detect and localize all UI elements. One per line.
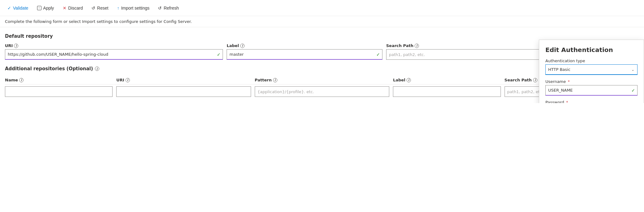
col-label-info-icon[interactable]: i bbox=[407, 78, 411, 82]
search-path-label-text: Search Path bbox=[386, 43, 413, 48]
label-info-icon[interactable]: i bbox=[240, 44, 245, 48]
import-label: Import settings bbox=[121, 6, 150, 11]
additional-repo-title-text: Additional repositories (Optional) bbox=[5, 66, 93, 71]
discard-button[interactable]: ✕ Discard bbox=[59, 4, 87, 12]
search-path-group: Search Path i bbox=[386, 43, 542, 60]
uri-info-icon[interactable]: i bbox=[14, 44, 18, 48]
col-header-pattern: Pattern i bbox=[255, 78, 389, 82]
col-header-label: Label i bbox=[393, 78, 501, 82]
row-name-input[interactable] bbox=[5, 86, 113, 97]
username-input[interactable] bbox=[545, 85, 638, 96]
row-label-input[interactable] bbox=[393, 86, 501, 97]
label-input[interactable] bbox=[227, 49, 382, 60]
apply-label: Apply bbox=[43, 6, 54, 11]
label-label-text: Label bbox=[227, 43, 239, 48]
row-name-cell bbox=[5, 86, 113, 97]
username-required-indicator: * bbox=[568, 79, 570, 84]
password-label: Password * bbox=[545, 100, 638, 103]
col-header-name: Name i bbox=[5, 78, 113, 82]
main-content: Default repository URI i ✓ Label i ✓ bbox=[0, 27, 644, 103]
validate-label: Validate bbox=[13, 6, 28, 11]
toolbar: ✓ Validate ↑ Apply ✕ Discard ↺ Reset ↑ I… bbox=[0, 0, 644, 16]
uri-group: URI i ✓ bbox=[5, 43, 223, 60]
row-pattern-input[interactable] bbox=[255, 86, 389, 97]
uri-input-wrapper: ✓ bbox=[5, 49, 223, 60]
discard-label: Discard bbox=[68, 6, 83, 11]
uri-label: URI i bbox=[5, 43, 223, 48]
additional-repo-info-icon[interactable]: i bbox=[95, 67, 99, 71]
edit-auth-dialog: Edit Authentication Authentication type … bbox=[539, 40, 644, 103]
refresh-label: Refresh bbox=[164, 6, 179, 11]
label-field-label: Label i bbox=[227, 43, 382, 48]
apply-icon: ↑ bbox=[37, 6, 41, 10]
description-text: Complete the following form or select Im… bbox=[0, 16, 644, 27]
row-pattern-cell bbox=[255, 86, 389, 97]
username-label: Username * bbox=[545, 79, 638, 84]
import-button[interactable]: ↑ Import settings bbox=[113, 4, 153, 12]
search-path-input[interactable] bbox=[386, 49, 542, 60]
row-uri-cell bbox=[116, 86, 251, 97]
auth-type-select[interactable]: HTTP Basic None SSH bbox=[545, 64, 638, 75]
username-check-icon: ✓ bbox=[631, 88, 635, 93]
label-input-wrapper: ✓ bbox=[227, 49, 382, 60]
username-field: Username * ✓ bbox=[545, 79, 638, 96]
reset-label: Reset bbox=[97, 6, 109, 11]
search-path-info-icon[interactable]: i bbox=[415, 44, 419, 48]
col-name-text: Name bbox=[5, 78, 18, 82]
validate-icon: ✓ bbox=[7, 6, 11, 11]
import-icon: ↑ bbox=[117, 6, 119, 11]
auth-type-select-wrapper: HTTP Basic None SSH ⌄ bbox=[545, 64, 638, 75]
refresh-icon: ↺ bbox=[158, 6, 162, 11]
col-name-info-icon[interactable]: i bbox=[19, 78, 23, 82]
col-search-path-text: Search Path bbox=[505, 78, 532, 82]
password-field: Password * ✓ bbox=[545, 100, 638, 103]
auth-type-field: Authentication type HTTP Basic None SSH … bbox=[545, 58, 638, 75]
row-label-cell bbox=[393, 86, 501, 97]
default-repo-title: Default repository bbox=[5, 33, 639, 39]
uri-check-icon: ✓ bbox=[217, 52, 221, 57]
reset-button[interactable]: ↺ Reset bbox=[88, 4, 112, 12]
col-header-uri: URI i bbox=[116, 78, 251, 82]
auth-type-label: Authentication type bbox=[545, 58, 638, 63]
label-group: Label i ✓ bbox=[227, 43, 382, 60]
col-uri-info-icon[interactable]: i bbox=[126, 78, 130, 82]
uri-label-text: URI bbox=[5, 43, 13, 48]
label-check-icon: ✓ bbox=[376, 52, 380, 57]
discard-icon: ✕ bbox=[63, 6, 66, 11]
col-label-text: Label bbox=[393, 78, 405, 82]
password-required-indicator: * bbox=[566, 100, 568, 103]
description-content: Complete the following form or select Im… bbox=[5, 19, 192, 24]
col-uri-text: URI bbox=[116, 78, 124, 82]
col-pattern-info-icon[interactable]: i bbox=[273, 78, 277, 82]
refresh-button[interactable]: ↺ Refresh bbox=[154, 4, 182, 12]
password-label-text: Password bbox=[545, 100, 564, 103]
reset-icon: ↺ bbox=[92, 6, 95, 11]
dialog-title: Edit Authentication bbox=[545, 46, 638, 54]
col-search-path-info-icon[interactable]: i bbox=[533, 78, 537, 82]
validate-button[interactable]: ✓ Validate bbox=[4, 4, 32, 12]
row-uri-input[interactable] bbox=[116, 86, 251, 97]
search-path-label: Search Path i bbox=[386, 43, 542, 48]
username-input-wrapper: ✓ bbox=[545, 85, 638, 96]
col-pattern-text: Pattern bbox=[255, 78, 272, 82]
username-label-text: Username bbox=[545, 79, 566, 84]
dialog-overlay: Edit Authentication Authentication type … bbox=[539, 40, 644, 103]
uri-input[interactable] bbox=[5, 49, 223, 60]
apply-button[interactable]: ↑ Apply bbox=[33, 4, 58, 12]
